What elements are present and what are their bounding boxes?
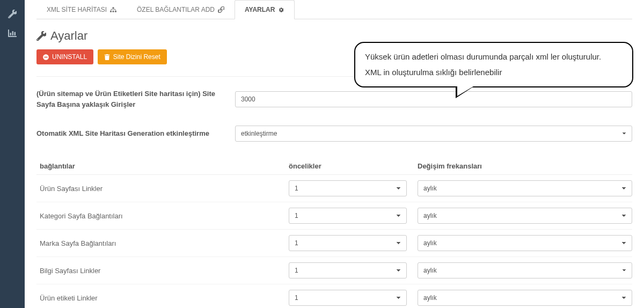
frequency-select[interactable]: aylık [418, 180, 632, 196]
tab-label: AYARLAR [245, 6, 275, 13]
frequency-select[interactable]: aylık [418, 208, 632, 224]
table-row: Bilgi Sayfası Linkler1aylık [36, 257, 632, 284]
page-title-text: Ayarlar [50, 29, 87, 43]
link-icon [218, 6, 224, 13]
sidebar [0, 0, 25, 308]
tabs: XML SİTE HARİTASI ÖZEL BAĞLANTILAR ADD A… [36, 0, 632, 19]
auto-gen-select[interactable]: etkinleştirme [235, 126, 632, 142]
table-row: Kategori Sayfa Bağlantıları1aylık [36, 202, 632, 230]
entries-label: (Ürün sitemap ve Ürün Etiketleri Site ha… [36, 89, 235, 109]
tab-label: XML SİTE HARİTASI [47, 6, 107, 13]
row-link-name: Kategori Sayfa Bağlantıları [36, 212, 289, 220]
wrench-icon [36, 31, 46, 41]
header-links: bağlantılar [36, 162, 289, 170]
reset-button[interactable]: Site Dizini Reset [98, 49, 167, 64]
priority-select[interactable]: 1 [289, 208, 407, 224]
sidebar-wrench-icon[interactable] [0, 4, 25, 24]
row-link-name: Ürün Sayfası Linkler [36, 185, 289, 193]
table-row: Ürün etiketi Linkler1aylık [36, 284, 632, 308]
callout-line-1: Yüksek ürün adetleri olması durumunda pa… [365, 49, 623, 65]
uninstall-label: UNINSTALL [52, 53, 87, 61]
priority-select[interactable]: 1 [289, 290, 407, 306]
table-row: Marka Sayfa Bağlantıları1aylık [36, 230, 632, 257]
tab-xml-sitemap[interactable]: XML SİTE HARİTASI [36, 0, 127, 19]
reset-label: Site Dizini Reset [113, 53, 160, 61]
sitemap-icon [110, 6, 116, 13]
frequency-select[interactable]: aylık [418, 262, 632, 278]
header-frequency: Değişim frekansları [418, 162, 632, 170]
header-priority: öncelikler [289, 162, 418, 170]
table-header: bağlantılar öncelikler Değişim frekansla… [36, 158, 632, 175]
tab-settings[interactable]: AYARLAR [235, 0, 295, 19]
row-link-name: Ürün etiketi Linkler [36, 294, 289, 302]
tab-custom-links[interactable]: ÖZEL BAĞLANTILAR ADD [127, 0, 235, 19]
entries-row: (Ürün sitemap ve Ürün Etiketleri Site ha… [36, 89, 632, 109]
frequency-select[interactable]: aylık [418, 235, 632, 251]
auto-gen-row: Otomatik XML Site Haritası Generation et… [36, 126, 632, 142]
uninstall-button[interactable]: UNINSTALL [36, 49, 93, 64]
annotation-callout: Yüksek ürün adetleri olması durumunda pa… [354, 42, 633, 87]
priority-select[interactable]: 1 [289, 180, 407, 196]
table-row: Ürün Sayfası Linkler1aylık [36, 175, 632, 202]
callout-line-2: XML in oluşturulma sıklığı belirlenebili… [365, 65, 623, 80]
page-title: Ayarlar [36, 29, 632, 43]
minus-circle-icon [43, 54, 49, 60]
priority-select[interactable]: 1 [289, 262, 407, 278]
row-link-name: Marka Sayfa Bağlantıları [36, 239, 289, 247]
sidebar-chart-icon[interactable] [0, 24, 25, 43]
tab-label: ÖZEL BAĞLANTILAR ADD [137, 6, 215, 13]
entries-input[interactable] [235, 91, 632, 107]
row-link-name: Bilgi Sayfası Linkler [36, 267, 289, 275]
trash-icon [104, 54, 110, 60]
priority-select[interactable]: 1 [289, 235, 407, 251]
cogs-icon [278, 6, 284, 13]
auto-gen-label: Otomatik XML Site Haritası Generation et… [36, 128, 235, 139]
frequency-select[interactable]: aylık [418, 290, 632, 306]
